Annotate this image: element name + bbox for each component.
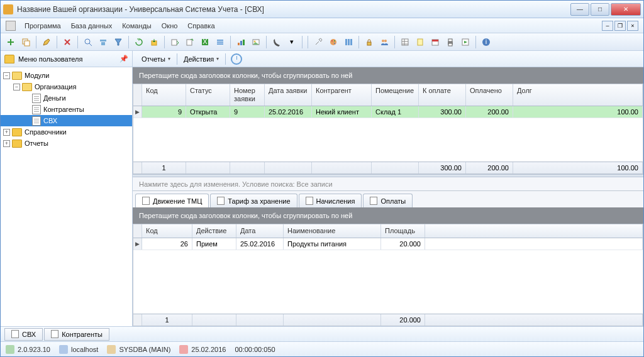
group-bar-2[interactable]: Перетащите сюда заголовок колонки, чтобы… (133, 207, 643, 224)
import-icon[interactable] (148, 36, 160, 48)
usermenu-header: Меню пользователя 📌 (1, 51, 132, 67)
btab-contragents[interactable]: Контрагенты (44, 328, 109, 341)
tab-accruals[interactable]: Начисления (299, 194, 362, 207)
menu-help[interactable]: Справка (182, 20, 219, 31)
svg-rect-6 (172, 40, 177, 45)
export-list-icon[interactable] (214, 36, 226, 48)
svg-point-21 (334, 43, 335, 44)
export-icon[interactable] (169, 36, 181, 48)
menu-window[interactable]: Окно (157, 20, 183, 31)
svg-rect-29 (418, 39, 423, 45)
svg-text:X: X (203, 38, 208, 45)
grid-icon[interactable] (399, 36, 411, 48)
svg-rect-22 (345, 39, 347, 45)
mdi-close-button[interactable]: × (627, 21, 638, 31)
tree-contragents[interactable]: Контрагенты (1, 104, 132, 115)
tree-svh[interactable]: СВХ (1, 115, 132, 126)
add-icon[interactable] (4, 36, 17, 48)
palette-icon[interactable] (327, 36, 340, 48)
menu-database[interactable]: База данных (66, 20, 118, 31)
svg-rect-4 (101, 42, 105, 45)
col2-name[interactable]: Наименование (284, 224, 381, 238)
menu-program[interactable]: Программа (19, 20, 66, 31)
pin-icon[interactable]: 📌 (119, 55, 128, 63)
col-code[interactable]: Код (142, 84, 186, 106)
help-icon[interactable]: i (480, 36, 492, 48)
clock-icon[interactable] (231, 53, 242, 65)
bottom-tabs: СВХ Контрагенты (1, 326, 643, 341)
image-icon[interactable] (250, 36, 262, 48)
edit-icon[interactable] (40, 36, 53, 48)
col-topay[interactable]: К оплате (419, 84, 466, 106)
copy-icon[interactable] (19, 36, 32, 48)
search-icon[interactable] (82, 36, 94, 48)
refresh-icon[interactable] (133, 36, 145, 48)
minimize-button[interactable]: — (570, 3, 589, 16)
chart-icon[interactable] (235, 36, 247, 48)
svg-rect-7 (187, 40, 192, 45)
tree-modules[interactable]: −Модули (1, 70, 132, 81)
tree-organization[interactable]: −Организация (1, 81, 132, 92)
col-paid[interactable]: Оплачено (466, 84, 513, 106)
funnel-icon[interactable] (112, 36, 125, 48)
group-bar-1[interactable]: Перетащите сюда заголовок колонки, чтобы… (133, 67, 643, 84)
nav-tree: −Модули −Организация Деньги Контрагенты … (1, 67, 132, 326)
mdi-minimize-button[interactable]: – (602, 21, 613, 31)
phone-arrow-icon[interactable]: ▾ (286, 36, 298, 48)
maximize-button[interactable]: □ (591, 3, 609, 16)
print-icon[interactable] (444, 36, 457, 48)
tab-payments[interactable]: Оплаты (363, 194, 413, 207)
svg-point-20 (334, 40, 335, 41)
svg-rect-33 (448, 39, 452, 41)
detail-grid: Код Действие Дата Наименование Площадь ▶… (133, 224, 643, 326)
titlebar: Название Вашей организации - Универсальн… (1, 1, 643, 18)
export-excel-icon[interactable]: X (199, 36, 211, 48)
col-room[interactable]: Помещение (372, 84, 419, 106)
filter-icon[interactable] (97, 36, 109, 48)
tree-money[interactable]: Деньги (1, 92, 132, 104)
row-indicator-icon: ▶ (133, 238, 142, 250)
tools-icon[interactable] (312, 36, 325, 48)
statusbar: 2.0.923.10 localhost SYSDBA (MAIN) 25.02… (1, 341, 643, 356)
play-icon[interactable] (459, 36, 472, 48)
note-icon[interactable] (414, 36, 426, 48)
svg-rect-13 (238, 43, 240, 45)
status-server: localhost (59, 345, 98, 354)
btab-svh[interactable]: СВХ (4, 328, 43, 341)
col2-date[interactable]: Дата (236, 224, 284, 238)
tree-reports[interactable]: +Отчеты (1, 138, 132, 149)
col-reqno[interactable]: Номер заявки (230, 84, 265, 106)
col2-area[interactable]: Площадь (381, 224, 425, 238)
phone-icon[interactable] (270, 36, 283, 48)
actions-dropdown[interactable]: Действия (180, 54, 223, 64)
col-debt[interactable]: Долг (513, 84, 643, 106)
col-contragent[interactable]: Контрагент (312, 84, 372, 106)
table-row[interactable]: ▶ 9 Открыта 9 25.02.2016 Некий клиент Ск… (133, 106, 643, 118)
status-version: 2.0.923.10 (6, 345, 50, 354)
columns-icon[interactable] (342, 36, 355, 48)
table-row[interactable]: ▶ 26 Прием 25.02.2016 Продукты питания 2… (133, 238, 643, 250)
mdi-restore-button[interactable]: ❐ (614, 21, 626, 31)
window-title: Название Вашей организации - Универсальн… (17, 5, 569, 14)
users-icon[interactable] (378, 36, 391, 48)
status-time: 00:00:00:050 (235, 346, 275, 353)
col-reqdate[interactable]: Дата заявки (265, 84, 312, 106)
tab-movement[interactable]: Движение ТМЦ (135, 194, 209, 207)
col2-code[interactable]: Код (142, 224, 192, 238)
search-bar[interactable]: Нажмите здесь для изменения. Условие пои… (133, 177, 643, 191)
grid-header: Код Статус Номер заявки Дата заявки Конт… (133, 84, 643, 106)
left-panel: Меню пользователя 📌 −Модули −Организация… (1, 51, 133, 326)
delete-icon[interactable] (61, 36, 74, 48)
calendar-icon[interactable] (429, 36, 441, 48)
export2-icon[interactable] (184, 36, 196, 48)
tree-refs[interactable]: +Справочники (1, 126, 132, 138)
menu-commands[interactable]: Команды (117, 20, 157, 31)
lock-icon[interactable] (363, 36, 375, 48)
tab-tariff[interactable]: Тариф за хранение (210, 194, 297, 207)
reports-dropdown[interactable]: Отчеты (138, 54, 174, 64)
svg-rect-15 (243, 40, 245, 45)
close-button[interactable]: ✕ (611, 3, 641, 16)
col-status[interactable]: Статус (186, 84, 230, 106)
col2-action[interactable]: Действие (192, 224, 236, 238)
svg-rect-3 (100, 40, 106, 41)
